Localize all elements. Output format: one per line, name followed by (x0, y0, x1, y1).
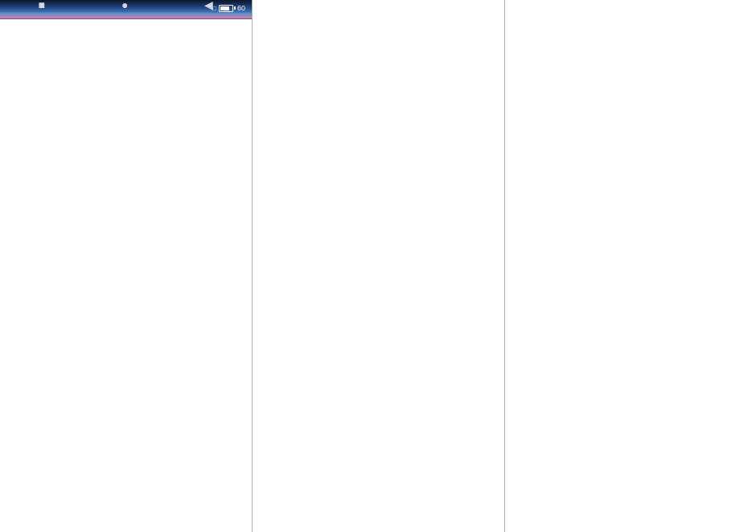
phone-screen-2: 0:10 □ 60 Google (253, 0, 504, 532)
battery-level-1: 60 (237, 4, 245, 12)
phone-screen-3: 0:11 □ 60 Weather (504, 0, 756, 532)
status-bar-1: □ 60 (0, 0, 252, 16)
phone-screen-1: □ 60 🎤 00:10 Thu, 01 January No data (0, 0, 252, 532)
